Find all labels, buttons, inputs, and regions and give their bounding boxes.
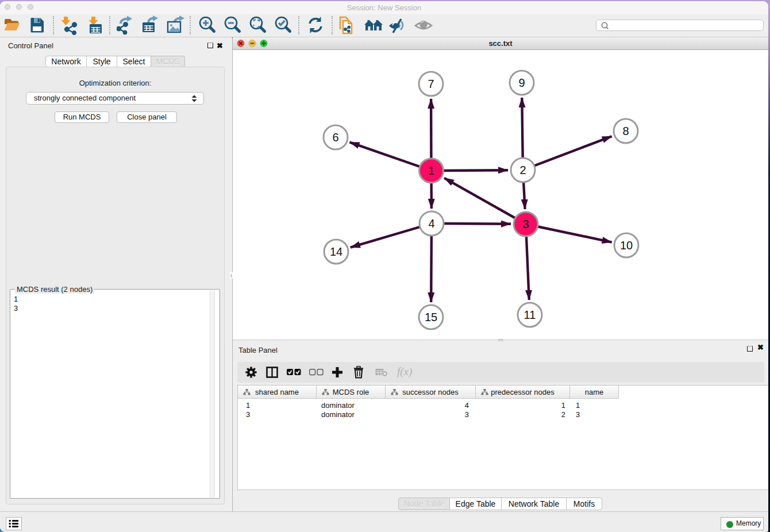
svg-text:8: 8 bbox=[622, 125, 629, 137]
svg-text:4: 4 bbox=[428, 217, 434, 230]
svg-text:11: 11 bbox=[524, 309, 536, 321]
svg-text:7: 7 bbox=[428, 78, 434, 90]
svg-text:1: 1 bbox=[428, 164, 434, 177]
svg-text:2: 2 bbox=[519, 164, 526, 176]
svg-text:10: 10 bbox=[620, 239, 633, 252]
svg-text:14: 14 bbox=[330, 245, 342, 258]
svg-text:3: 3 bbox=[522, 218, 529, 230]
svg-text:15: 15 bbox=[425, 311, 437, 323]
svg-text:9: 9 bbox=[518, 76, 525, 89]
svg-text:6: 6 bbox=[332, 131, 338, 144]
